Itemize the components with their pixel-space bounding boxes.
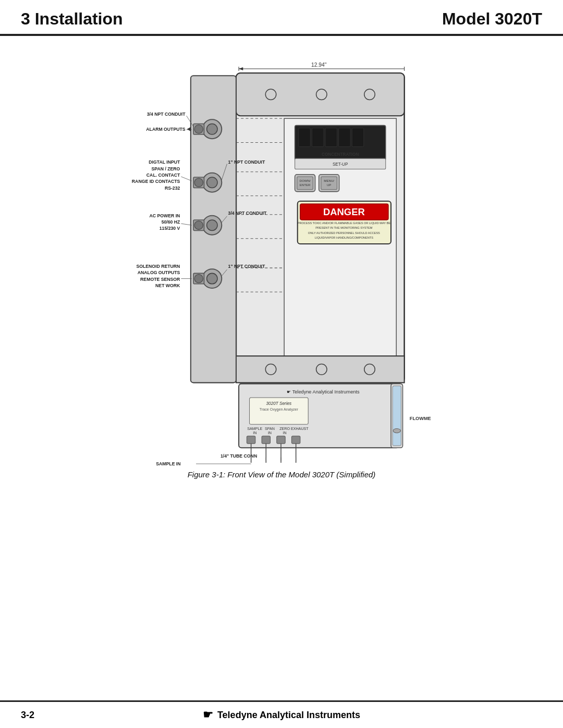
footer-company: ☛ Teledyne Analytical Instruments bbox=[203, 708, 360, 722]
svg-marker-113 bbox=[187, 127, 191, 131]
page-footer: 3-2 ☛ Teledyne Analytical Instruments bbox=[0, 700, 563, 728]
svg-point-65 bbox=[207, 124, 217, 134]
svg-rect-53 bbox=[277, 436, 285, 443]
svg-point-61 bbox=[393, 428, 400, 433]
svg-rect-52 bbox=[262, 436, 270, 443]
svg-text:Trace Oxygen Analyzer: Trace Oxygen Analyzer bbox=[260, 408, 299, 412]
svg-text:SPAN: SPAN bbox=[265, 427, 275, 431]
page-header: 3 Installation Model 3020T bbox=[0, 0, 563, 36]
svg-text:SOLENOID RETURN: SOLENOID RETURN bbox=[136, 264, 180, 269]
figure-caption: Figure 3-1: Front View of the Model 3020… bbox=[21, 465, 542, 479]
svg-rect-13 bbox=[312, 128, 324, 147]
svg-text:12.94": 12.94" bbox=[311, 62, 327, 68]
svg-text:ONLY AUTHORIZED PERSONNEL SHOU: ONLY AUTHORIZED PERSONNEL SHOULD ACCESS bbox=[308, 231, 380, 235]
footer-company-name: Teledyne Analytical Instruments bbox=[217, 710, 360, 721]
instrument-diagram: 12.94" CONCENTRATION SET-UP bbox=[21, 46, 542, 484]
svg-line-105 bbox=[181, 224, 191, 225]
svg-text:3/4 NPT CONDUIT: 3/4 NPT CONDUIT bbox=[228, 211, 267, 216]
svg-text:3020T Series: 3020T Series bbox=[266, 401, 292, 406]
svg-text:PROCESS TOXIC AND/OR FLAMMABLE: PROCESS TOXIC AND/OR FLAMMABLE GASES OR … bbox=[298, 221, 391, 225]
svg-text:MENU/: MENU/ bbox=[324, 179, 334, 182]
main-content: 12.94" CONCENTRATION SET-UP bbox=[0, 36, 563, 495]
svg-text:ALARM OUTPUTS: ALARM OUTPUTS bbox=[146, 127, 185, 132]
svg-rect-51 bbox=[247, 436, 255, 443]
svg-point-79 bbox=[194, 274, 203, 282]
svg-text:CAL. CONTACT: CAL. CONTACT bbox=[146, 172, 180, 178]
svg-text:UP: UP bbox=[327, 183, 332, 187]
svg-line-97 bbox=[181, 177, 191, 181]
svg-marker-3 bbox=[239, 67, 243, 70]
svg-text:SPAN / ZERO: SPAN / ZERO bbox=[151, 166, 180, 171]
svg-text:RANGE ID CONTACTS: RANGE ID CONTACTS bbox=[132, 179, 180, 184]
model-number: Model 3020T bbox=[442, 9, 542, 29]
svg-text:LIQUID/VAPOR HANDLING/COMPONEN: LIQUID/VAPOR HANDLING/COMPONENTS bbox=[315, 236, 373, 239]
svg-rect-54 bbox=[291, 436, 300, 443]
svg-point-67 bbox=[194, 125, 203, 133]
svg-text:50/60 HZ: 50/60 HZ bbox=[162, 219, 180, 225]
svg-text:NET WORK: NET WORK bbox=[155, 283, 180, 288]
svg-text:SET-UP: SET-UP bbox=[333, 162, 348, 167]
svg-point-69 bbox=[207, 177, 217, 188]
svg-rect-14 bbox=[325, 128, 337, 147]
svg-text:FLOWME: FLOWME bbox=[410, 416, 431, 421]
page-number: 3-2 bbox=[21, 710, 34, 721]
svg-text:EXHAUST: EXHAUST bbox=[291, 427, 309, 431]
svg-text:ZERO: ZERO bbox=[279, 427, 290, 431]
svg-text:3/4 NPT CONDUIT: 3/4 NPT CONDUIT bbox=[147, 112, 186, 117]
chapter-title: 3 Installation bbox=[21, 9, 123, 29]
svg-rect-6 bbox=[236, 73, 405, 116]
svg-point-75 bbox=[194, 221, 203, 229]
svg-rect-35 bbox=[236, 356, 405, 382]
svg-text:DOWN/: DOWN/ bbox=[300, 179, 311, 182]
svg-text:SAMPLE: SAMPLE bbox=[247, 427, 262, 431]
svg-text:DANGER: DANGER bbox=[323, 206, 365, 217]
svg-text:115/230 V: 115/230 V bbox=[160, 226, 180, 231]
svg-rect-16 bbox=[352, 128, 364, 147]
svg-point-71 bbox=[194, 178, 203, 187]
svg-text:1" NPT CONDUIT: 1" NPT CONDUIT bbox=[228, 159, 265, 165]
footer-logo-icon: ☛ bbox=[203, 708, 213, 722]
svg-text:1/4" TUBE CONN: 1/4" TUBE CONN bbox=[221, 453, 257, 459]
svg-text:CONCENTRATION: CONCENTRATION bbox=[322, 152, 359, 157]
svg-rect-60 bbox=[393, 386, 401, 446]
svg-text:DIGTAL INPUT: DIGTAL INPUT bbox=[149, 159, 180, 165]
svg-text:AC POWER IN: AC POWER IN bbox=[149, 213, 180, 218]
svg-text:IN: IN bbox=[253, 431, 256, 435]
svg-text:1" NPT CONDUIT: 1" NPT CONDUIT bbox=[228, 264, 265, 269]
svg-text:PRESENT IN THE MONITORING SYST: PRESENT IN THE MONITORING SYSTEM bbox=[315, 226, 372, 229]
svg-point-77 bbox=[207, 273, 217, 283]
svg-rect-12 bbox=[299, 128, 311, 147]
figure-area: 12.94" CONCENTRATION SET-UP bbox=[21, 46, 542, 484]
svg-text:RS-232: RS-232 bbox=[165, 186, 180, 191]
svg-rect-15 bbox=[339, 128, 351, 147]
svg-text:ANALOG OUTPUTS: ANALOG OUTPUTS bbox=[138, 270, 180, 275]
svg-text:IN: IN bbox=[283, 431, 287, 435]
svg-text:ENTER: ENTER bbox=[300, 183, 311, 187]
svg-text:☛ Teledyne Analytical Instrume: ☛ Teledyne Analytical Instruments bbox=[287, 389, 360, 394]
svg-text:IN: IN bbox=[268, 431, 272, 435]
svg-point-73 bbox=[207, 220, 217, 230]
svg-text:REMOTE SENSOR: REMOTE SENSOR bbox=[140, 277, 180, 282]
